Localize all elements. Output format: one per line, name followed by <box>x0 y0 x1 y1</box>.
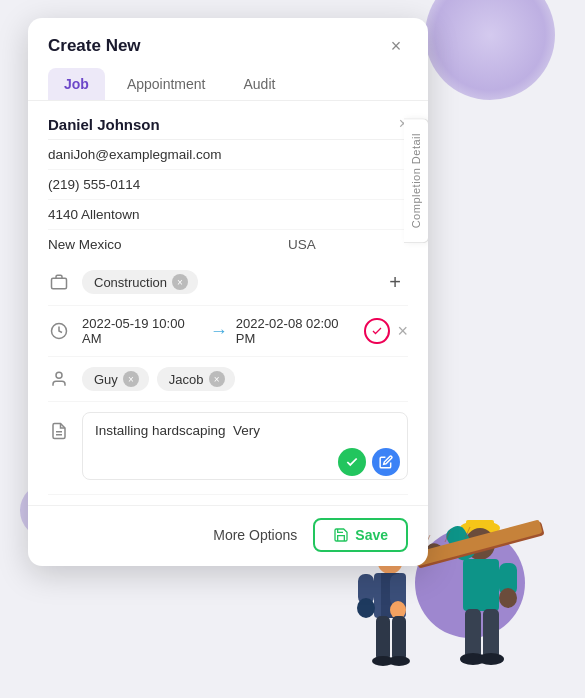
tags-row: Construction × + <box>48 259 408 306</box>
datetime-row: 2022-05-19 10:00 AM → 2022-02-08 02:00 P… <box>48 306 408 357</box>
tag-jacob-close[interactable]: × <box>209 371 225 387</box>
note-edit-button[interactable] <box>372 448 400 476</box>
modal-close-button[interactable]: × <box>384 34 408 58</box>
tag-construction: Construction × <box>82 270 198 294</box>
more-options-button[interactable]: More Options <box>213 527 297 543</box>
svg-point-12 <box>357 598 375 618</box>
end-datetime: 2022-02-08 02:00 PM <box>236 316 357 346</box>
svg-point-18 <box>388 656 410 666</box>
note-wrapper <box>82 412 408 484</box>
svg-rect-28 <box>483 609 499 659</box>
note-row <box>48 402 408 495</box>
modal-body: Daniel Johnson × daniJoh@examplegmail.co… <box>28 101 428 505</box>
tabs-bar: Job Appointment Audit <box>28 68 428 101</box>
tab-appointment[interactable]: Appointment <box>111 68 222 100</box>
svg-rect-22 <box>463 559 499 611</box>
save-button[interactable]: Save <box>313 518 408 552</box>
tag-guy-label: Guy <box>94 372 118 387</box>
phone-value: (219) 555-0114 <box>48 177 208 192</box>
close-icon: × <box>391 36 402 57</box>
tag-jacob: Jacob × <box>157 367 235 391</box>
plus-icon: + <box>389 271 401 294</box>
svg-point-31 <box>478 653 504 665</box>
svg-point-3 <box>56 372 62 378</box>
time-check-button[interactable] <box>364 318 389 344</box>
contact-name: Daniel Johnson <box>48 116 160 133</box>
tab-audit[interactable]: Audit <box>228 68 292 100</box>
svg-point-26 <box>499 588 517 608</box>
tag-label: Construction <box>94 275 167 290</box>
save-icon <box>333 527 349 543</box>
clock-icon <box>48 320 70 342</box>
address-row: 4140 Allentown <box>48 200 408 230</box>
note-actions <box>338 448 400 476</box>
tag-jacob-label: Jacob <box>169 372 204 387</box>
note-confirm-button[interactable] <box>338 448 366 476</box>
address-value: 4140 Allentown <box>48 207 208 222</box>
svg-rect-15 <box>376 616 390 661</box>
modal-title: Create New <box>48 36 141 56</box>
tag-close-button[interactable]: × <box>172 274 188 290</box>
location-row: New Mexico USA <box>48 230 408 259</box>
svg-rect-27 <box>465 609 481 659</box>
contact-name-row: Daniel Johnson × <box>48 101 408 140</box>
email-row: daniJoh@examplegmail.com <box>48 140 408 170</box>
arrow-icon: → <box>210 321 228 342</box>
email-value: daniJoh@examplegmail.com <box>48 147 222 162</box>
modal-header: Create New × <box>28 18 428 68</box>
svg-rect-16 <box>392 616 406 661</box>
create-new-modal: Create New × Job Appointment Audit Compl… <box>28 18 428 566</box>
tag-guy: Guy × <box>82 367 149 391</box>
phone-row: (219) 555-0114 <box>48 170 408 200</box>
country-value: USA <box>288 237 316 252</box>
person-icon <box>48 368 70 390</box>
tags-content: Construction × <box>82 270 370 294</box>
completion-detail-tab[interactable]: Completion Detail <box>404 118 428 243</box>
datetime-content: 2022-05-19 10:00 AM → 2022-02-08 02:00 P… <box>82 316 408 346</box>
datetime-clear-button[interactable]: × <box>398 321 409 342</box>
assignees-row: Guy × Jacob × <box>48 357 408 402</box>
add-tag-button[interactable]: + <box>382 269 408 295</box>
state-value: New Mexico <box>48 237 208 252</box>
modal-footer: More Options Save <box>28 505 428 566</box>
note-icon <box>48 420 70 442</box>
start-datetime: 2022-05-19 10:00 AM <box>82 316 202 346</box>
briefcase-icon <box>48 271 70 293</box>
bg-decoration-top <box>425 0 555 100</box>
tab-job[interactable]: Job <box>48 68 105 100</box>
assignees-content: Guy × Jacob × <box>82 367 408 391</box>
tag-guy-close[interactable]: × <box>123 371 139 387</box>
svg-rect-0 <box>52 278 67 289</box>
